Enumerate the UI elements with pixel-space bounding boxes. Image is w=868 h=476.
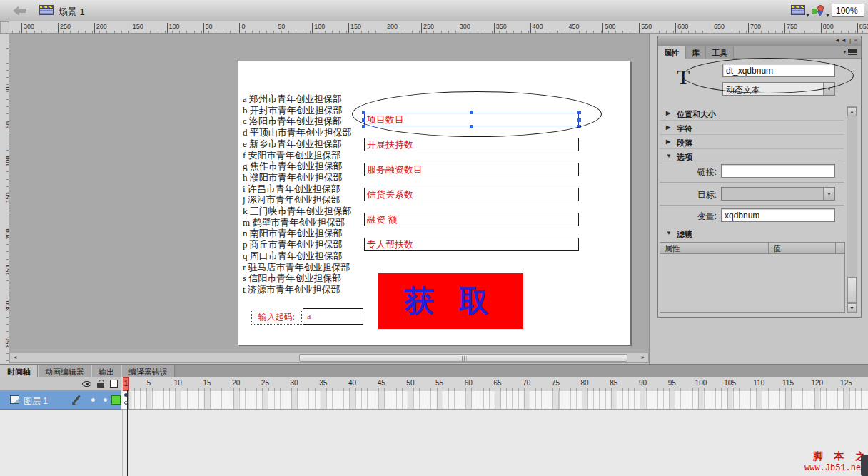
selection-handle[interactable] [577,111,581,114]
variable-label: 变量: [670,211,717,223]
list-item: h 濮阳市青年创业担保部 [243,172,360,183]
scene-label[interactable]: 场景 1 [59,6,85,19]
ruler-label: 750 [784,23,797,33]
column-spacer [836,243,844,253]
ruler-label: 650 [712,23,725,33]
frame-number: 55 [435,379,443,387]
selection-handle[interactable] [577,118,581,122]
dynamic-text-field[interactable]: 开展扶持数 [364,138,579,151]
panel-tab-bar: 属性库工具 ▼ [658,46,861,59]
collapse-close-icons[interactable]: ◄◄ | × [834,37,858,44]
get-button[interactable]: 获 取 [378,273,523,329]
layer-row[interactable]: 图层 1 [0,391,868,410]
dynamic-text-field[interactable]: 专人帮扶数 [364,238,579,251]
link-input[interactable] [721,164,835,178]
ruler-label: 150 [4,189,9,206]
ruler-label: 500 [602,23,615,33]
section-character[interactable]: 字符 [660,121,844,135]
outline-square-icon[interactable] [110,380,118,388]
playhead[interactable]: 1 [123,377,129,391]
filters-table-header: 属性 值 [660,243,844,254]
layer-name[interactable]: 图层 1 [24,395,48,407]
frame-number: 5 [147,379,151,387]
scroll-left-icon[interactable]: ◄ [11,354,19,361]
scroll-down-icon[interactable]: ▼ [847,303,857,313]
edit-scene-icon[interactable] [791,5,805,15]
panel-menu-icon[interactable]: ▼ [842,49,857,56]
frame-strip[interactable] [121,391,868,410]
list-item: g 焦作市青年创业担保部 [243,161,360,172]
frame-number: 15 [203,379,211,387]
dynamic-text-field-selected[interactable]: 项目数目 [364,113,579,126]
stage-canvas[interactable]: a 郑州市青年创业担保部 b 开封市青年创业担保部 c 洛阳市青年创业担保部 d… [238,61,630,345]
scrollbar-thumb[interactable] [847,277,857,303]
list-item: t 济源市青年创业担保部 [243,284,360,295]
text-type-dropdown[interactable]: 动态文本 ▼ [722,82,835,96]
chevron-down-icon[interactable]: ▼ [823,188,834,200]
ruler-label: 50 [203,23,213,33]
selection-handle[interactable] [470,111,473,114]
ruler-label: 300 [458,23,470,33]
frame-number: 60 [465,379,473,387]
tab-tools[interactable]: 工具 [706,46,734,59]
selection-handle[interactable] [362,111,365,114]
ruler-label: 100 [167,23,180,33]
timeline-header: 1 51015202530354045505560657075808590951… [0,377,868,391]
ruler-label: 400 [530,23,543,33]
watermark-title: 脚 本 之 家 [813,450,868,463]
lock-dot[interactable] [104,398,107,402]
list-item: r 驻马店市青年创业担保部 [243,262,360,273]
ruler-label: 350 [4,334,9,351]
selection-handle[interactable] [577,125,581,128]
scroll-right-icon[interactable]: ► [639,354,647,361]
frame-ruler[interactable]: 1 51015202530354045505560657075808590951… [121,377,868,391]
dynamic-text-field[interactable]: 服务融资数目 [364,163,579,176]
panel-scrollbar[interactable]: ▲ ▼ [847,106,857,313]
edit-symbols-icon[interactable] [812,5,824,16]
chevron-down-icon[interactable]: ▼ [825,13,830,18]
show-hide-icon[interactable] [82,381,91,387]
lock-icon[interactable] [97,383,104,388]
outline-color-swatch[interactable] [111,395,121,405]
selection-handle[interactable] [362,118,365,122]
timeline-empty-area [0,410,868,476]
scrollbar-thumb[interactable] [299,354,627,362]
section-position-size[interactable]: 位置和大小 [660,106,844,121]
chevron-down-icon[interactable]: ▼ [823,83,834,95]
tab-library[interactable]: 库 [686,46,706,59]
frame-number: 125 [840,379,852,387]
section-paragraph[interactable]: 段落 [660,135,844,149]
zoom-level-input[interactable]: 100% [832,4,864,17]
selection-handle[interactable] [470,125,473,128]
selection-handle[interactable] [362,125,365,128]
flash-editor-window: 场景 1 ▼ ▼ 100% 30025020015010050050100150… [0,0,868,476]
dynamic-text-field[interactable]: 信贷关系数 [364,188,579,201]
instance-name-input[interactable]: dt_xqdbnum [722,64,835,77]
start-code-input[interactable]: a [303,308,363,325]
tab-properties[interactable]: 属性 [658,46,686,59]
chevron-down-icon[interactable]: ▼ [805,13,810,18]
frame-number: 25 [261,379,269,387]
list-item: i 许昌市青年创业担保部 [243,183,360,195]
dynamic-text-field[interactable]: 融资 额 [364,213,579,226]
frame-number: 100 [695,379,707,387]
stage-horizontal-scrollbar[interactable]: ◄ ► [9,353,649,363]
filters-table: 属性 值 [660,242,845,313]
section-options[interactable]: 选项 [660,149,844,163]
layer-label-cell[interactable]: 图层 1 [0,391,121,410]
variable-input[interactable]: xqdbnum [721,208,835,222]
layer-icon [10,395,19,404]
playhead-line[interactable] [127,390,128,476]
frame-number: 120 [811,379,823,387]
edit-bar: 场景 1 ▼ ▼ 100% [0,0,868,21]
list-item: d 平顶山市青年创业担保部 [243,127,360,138]
timeline-tab-bar: 时间轴动画编辑器输出编译器错误 [0,364,868,377]
ruler-label: 200 [94,23,107,33]
visibility-dot[interactable] [91,398,95,402]
target-dropdown[interactable]: ▼ [721,187,835,201]
section-filters[interactable]: 滤镜 [660,226,844,240]
scroll-up-icon[interactable]: ▲ [847,107,857,116]
back-arrow-icon[interactable] [13,6,27,15]
frame-number: 95 [668,379,676,387]
list-item: a 郑州市青年创业担保部 [243,93,360,105]
